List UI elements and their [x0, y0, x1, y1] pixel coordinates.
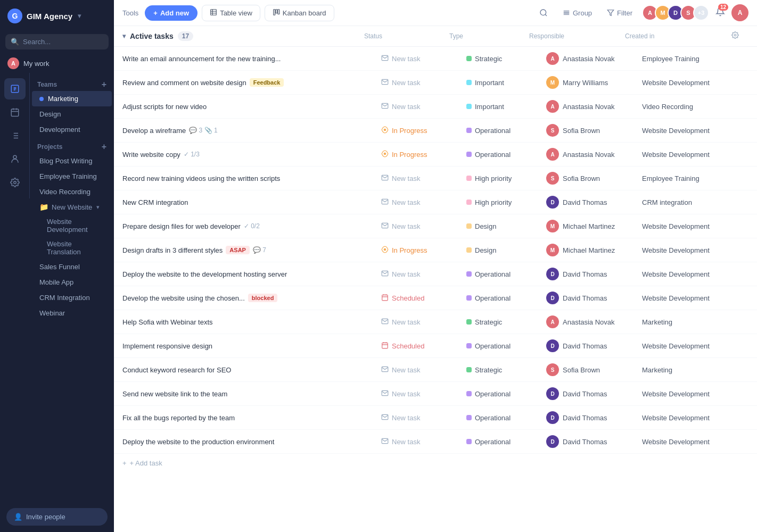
responsible-cell: D David Thomas: [546, 435, 642, 448]
filter-button[interactable]: Filter: [602, 6, 638, 20]
sidebar-item-label: Marketing: [48, 95, 78, 103]
task-title: Implement responsive design: [122, 342, 212, 350]
sidebar-item-development[interactable]: Development: [32, 122, 112, 137]
type-text: Important: [475, 103, 504, 111]
sidebar-item-label: Design: [39, 110, 61, 118]
table-row[interactable]: Conduct keyword research for SEO New tas…: [114, 358, 757, 382]
type-text: Design: [475, 222, 496, 230]
table-icon: [210, 9, 217, 18]
table-row[interactable]: Record new training videos using the wri…: [114, 167, 757, 190]
my-work-item[interactable]: A My work: [0, 54, 114, 73]
notification-button[interactable]: 12: [713, 5, 727, 21]
status-cell: In Progress: [381, 246, 466, 255]
person-plus-icon: 👤: [14, 513, 22, 521]
status-text: Scheduled: [392, 342, 424, 350]
table-row[interactable]: Review and comment on website design Fee…: [114, 71, 757, 95]
task-name: Implement responsive design: [122, 342, 381, 350]
table-row[interactable]: Deploy the website to the development ho…: [114, 262, 757, 286]
add-task-row[interactable]: + + Add task: [114, 454, 757, 472]
settings-icon[interactable]: [731, 31, 748, 41]
type-cell: Operational: [466, 127, 546, 135]
add-task-label: + Add task: [130, 459, 162, 467]
sidebar-item-design[interactable]: Design: [32, 106, 112, 122]
sidebar-item-webinar[interactable]: Webinar: [32, 305, 112, 321]
status-icon: [381, 126, 389, 135]
sidebar-item-website-development[interactable]: Website Development: [32, 214, 112, 237]
table-row[interactable]: Develop a wireframe 💬 3 📎 1 In Progress …: [114, 119, 757, 143]
resp-name: David Thomas: [563, 390, 607, 398]
add-project-button[interactable]: +: [102, 143, 106, 151]
sidebar-icon-settings[interactable]: [4, 172, 26, 193]
type-dot: [466, 295, 472, 301]
sidebar-icon-calendar[interactable]: [4, 102, 26, 123]
group-button[interactable]: Group: [557, 6, 597, 20]
section-toggle[interactable]: ▾ Active tasks 17: [122, 31, 364, 41]
kanban-view-button[interactable]: Kanban board: [265, 5, 334, 21]
status-icon: [381, 437, 389, 446]
projects-label: Projects: [37, 143, 62, 151]
svg-marker-9: [607, 10, 614, 16]
search-placeholder: Search...: [23, 38, 51, 46]
sidebar-icon-person[interactable]: [4, 148, 26, 170]
table-row[interactable]: Write an email announcement for the new …: [114, 47, 757, 71]
table-row[interactable]: Design drafts in 3 different styles ASAP…: [114, 238, 757, 262]
sidebar-item-mobile-app[interactable]: Mobile App: [32, 275, 112, 290]
table-row[interactable]: Fix all the bugs reported by the team Ne…: [114, 406, 757, 430]
svg-rect-5: [274, 9, 275, 15]
type-text: Operational: [475, 127, 511, 135]
table-row[interactable]: New CRM integration New task High priori…: [114, 190, 757, 214]
resp-name: David Thomas: [563, 438, 607, 446]
search-button[interactable]: [534, 5, 553, 20]
type-cell: Design: [466, 222, 546, 230]
table-row[interactable]: Adjust scripts for new video New task Im…: [114, 95, 757, 119]
table-row[interactable]: Send new website link to the team New ta…: [114, 382, 757, 406]
sidebar-item-crm-integration[interactable]: CRM Integration: [32, 290, 112, 305]
created-cell: Website Development: [642, 390, 748, 398]
type-dot: [466, 176, 472, 181]
table-row[interactable]: Help Sofia with Webinar texts New task S…: [114, 310, 757, 334]
sidebar-item-video-recording[interactable]: Video Recording: [32, 184, 112, 200]
sidebar-item-sales-funnel[interactable]: Sales Funnel: [32, 259, 112, 275]
table-view-button[interactable]: Table view: [202, 5, 260, 21]
search-bar[interactable]: 🔍 Search...: [5, 34, 109, 49]
chevron-icon: ▾: [122, 32, 126, 40]
table-row[interactable]: Deploy the website to the production env…: [114, 430, 757, 454]
app-logo[interactable]: G GIM Agency ▾: [0, 0, 114, 32]
sidebar-item-website-translation[interactable]: Website Translation: [32, 237, 112, 259]
resp-avatar: D: [546, 435, 559, 448]
resp-avatar: M: [546, 76, 559, 89]
resp-avatar: D: [546, 196, 559, 209]
table-row[interactable]: Develop the website using the chosen... …: [114, 286, 757, 310]
sidebar-icon-tasks[interactable]: [4, 78, 26, 99]
add-team-button[interactable]: +: [102, 80, 106, 89]
table-row[interactable]: Prepare design files for web developer ✓…: [114, 214, 757, 238]
created-cell: Website Development: [642, 246, 748, 254]
type-text: Strategic: [475, 55, 502, 63]
add-label: Add new: [160, 9, 189, 17]
table-row[interactable]: Write website copy ✓ 1/3 In Progress Ope…: [114, 143, 757, 167]
task-rows-container: Write an email announcement for the new …: [114, 47, 757, 454]
status-icon: [381, 54, 389, 63]
table-row[interactable]: Implement responsive design Scheduled Op…: [114, 334, 757, 358]
sidebar-item-new-website[interactable]: 📁 New Website ▾: [32, 200, 112, 214]
sidebar-icon-list[interactable]: [4, 125, 26, 146]
chevron-down-icon: ▾: [78, 12, 81, 20]
svg-point-8: [540, 10, 546, 15]
status-cell: New task: [381, 78, 466, 87]
sidebar-item-employee-training[interactable]: Employee Training: [32, 169, 112, 184]
sidebar-item-blog-post[interactable]: Blog Post Writing: [32, 153, 112, 169]
type-dot: [466, 223, 472, 229]
status-text: New task: [392, 390, 420, 398]
status-cell: New task: [381, 222, 466, 231]
invite-people-button[interactable]: 👤 Invite people: [6, 508, 108, 526]
task-title: New CRM integration: [122, 198, 188, 206]
resp-avatar: A: [546, 148, 559, 161]
task-title: Deploy the website to the development ho…: [122, 270, 287, 278]
user-profile-button[interactable]: A: [731, 4, 748, 21]
type-dot: [466, 152, 472, 157]
created-cell: Website Development: [642, 438, 748, 446]
status-cell: New task: [381, 270, 466, 279]
sidebar-item-marketing[interactable]: Marketing: [32, 91, 112, 106]
sidebar-item-label: Mobile App: [39, 278, 73, 286]
add-new-button[interactable]: + Add new: [145, 5, 198, 21]
